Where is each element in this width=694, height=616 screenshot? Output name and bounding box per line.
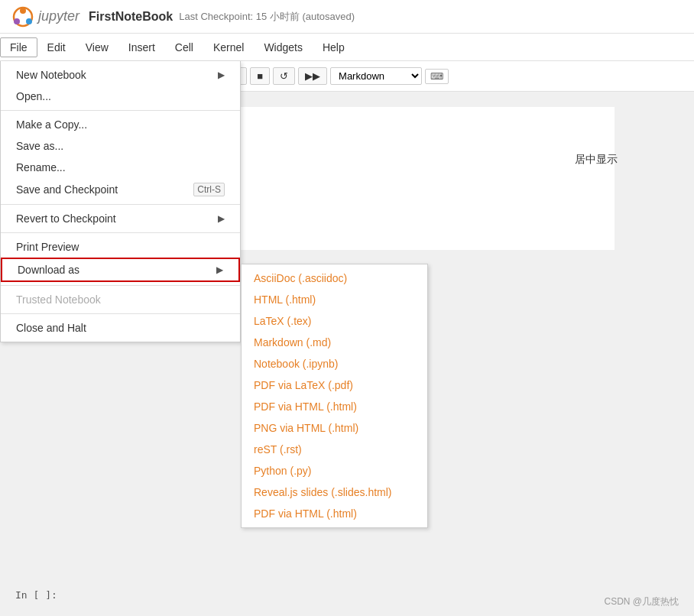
restart-button[interactable]: ↺ <box>273 67 295 85</box>
separator-5 <box>1 313 240 314</box>
svg-point-1 <box>20 8 26 14</box>
menu-rename[interactable]: Rename... <box>1 157 240 178</box>
app-name: jupyter <box>38 8 79 24</box>
rename-label: Rename... <box>16 161 66 173</box>
separator-1 <box>1 110 240 111</box>
revert-checkpoint-label: Revert to Checkpoint <box>16 212 116 225</box>
menu-save-as[interactable]: Save as... <box>1 135 240 157</box>
dl-notebook-item[interactable]: Notebook (.ipynb) <box>242 353 427 374</box>
separator-3 <box>1 232 240 233</box>
separator-4 <box>1 285 240 286</box>
menu-view[interactable]: View <box>76 37 118 57</box>
separator-2 <box>1 204 240 205</box>
make-copy-label: Make a Copy... <box>16 118 87 131</box>
dl-pdf-latex-item[interactable]: PDF via LaTeX (.pdf) <box>242 374 427 396</box>
dl-png-item[interactable]: PNG via HTML (.html) <box>242 417 427 439</box>
header: jupyter FirstNoteBook Last Checkpoint: 1… <box>0 0 694 34</box>
menu-save-checkpoint[interactable]: Save and Checkpoint Ctrl-S <box>1 178 240 201</box>
dl-markdown-item[interactable]: Markdown (.md) <box>242 332 427 353</box>
dl-rest-item[interactable]: reST (.rst) <box>242 439 427 460</box>
menu-widgets[interactable]: Widgets <box>254 37 313 57</box>
menu-trusted-notebook: Trusted Notebook <box>1 289 240 310</box>
svg-point-3 <box>26 18 32 24</box>
keyboard-icon[interactable]: ⌨ <box>425 69 449 84</box>
dl-pdf-html-item[interactable]: PDF via HTML (.html) <box>242 396 427 417</box>
input-prompt: In [ ]: <box>15 589 57 601</box>
dl-html-item[interactable]: HTML (.html) <box>242 289 427 310</box>
menubar: File Edit View Insert Cell Kernel Widget… <box>0 34 694 61</box>
dl-asciidoc-item[interactable]: AsciiDoc (.asciidoc) <box>242 267 427 289</box>
close-halt-label: Close and Halt <box>16 322 86 334</box>
right-content: 居中显示 <box>575 153 618 167</box>
file-menu-panel: New Notebook ▶ Open... Make a Copy... Sa… <box>0 61 241 342</box>
menu-print-preview[interactable]: Print Preview <box>1 236 240 258</box>
menu-new-notebook[interactable]: New Notebook ▶ <box>1 64 240 86</box>
cell-type-select[interactable]: Markdown Code Raw NBConvert Heading <box>330 67 422 85</box>
dl-python-item[interactable]: Python (.py) <box>242 460 427 481</box>
menu-cell[interactable]: Cell <box>165 37 203 57</box>
open-label: Open... <box>16 90 51 102</box>
save-shortcut: Ctrl-S <box>193 183 225 196</box>
jupyter-logo: jupyter <box>12 6 79 28</box>
cell-prompt: In [ ]: <box>15 589 57 601</box>
menu-open[interactable]: Open... <box>1 86 240 107</box>
revert-checkpoint-arrow: ▶ <box>218 213 225 224</box>
file-menu-dropdown: New Notebook ▶ Open... Make a Copy... Sa… <box>0 61 241 342</box>
trusted-notebook-label: Trusted Notebook <box>16 293 101 306</box>
menu-file[interactable]: File <box>0 37 37 57</box>
stop-button[interactable]: ■ <box>250 67 270 85</box>
checkpoint-info: Last Checkpoint: 15 小时前 (autosaved) <box>179 10 355 24</box>
new-notebook-arrow: ▶ <box>218 70 225 80</box>
menu-edit[interactable]: Edit <box>37 37 76 57</box>
save-checkpoint-label: Save and Checkpoint <box>16 183 118 196</box>
menu-download-as[interactable]: Download as ▶ <box>1 258 240 282</box>
save-as-label: Save as... <box>16 140 63 152</box>
menu-help[interactable]: Help <box>313 37 355 57</box>
svg-point-2 <box>14 18 20 24</box>
dl-latex-item[interactable]: LaTeX (.tex) <box>242 310 427 332</box>
notebook-title: FirstNoteBook <box>89 10 173 24</box>
menu-insert[interactable]: Insert <box>118 37 165 57</box>
jupyter-logo-icon <box>12 6 34 28</box>
new-notebook-label: New Notebook <box>16 69 86 81</box>
center-display-text: 居中显示 <box>575 153 618 165</box>
menu-revert-checkpoint[interactable]: Revert to Checkpoint ▶ <box>1 208 240 229</box>
download-submenu: AsciiDoc (.asciidoc) HTML (.html) LaTeX … <box>241 264 428 528</box>
print-preview-label: Print Preview <box>16 241 79 253</box>
download-as-label: Download as <box>18 264 79 276</box>
menu-close-halt[interactable]: Close and Halt <box>1 317 240 339</box>
menu-kernel[interactable]: Kernel <box>203 37 254 57</box>
download-as-arrow: ▶ <box>216 264 223 275</box>
menu-make-copy[interactable]: Make a Copy... <box>1 114 240 135</box>
fast-forward-button[interactable]: ▶▶ <box>298 67 327 85</box>
dl-reveal-item[interactable]: Reveal.js slides (.slides.html) <box>242 481 427 503</box>
csdn-watermark: CSDN @几度热忱 <box>604 595 679 608</box>
dl-pdf-html2-item[interactable]: PDF via HTML (.html) <box>242 503 427 524</box>
